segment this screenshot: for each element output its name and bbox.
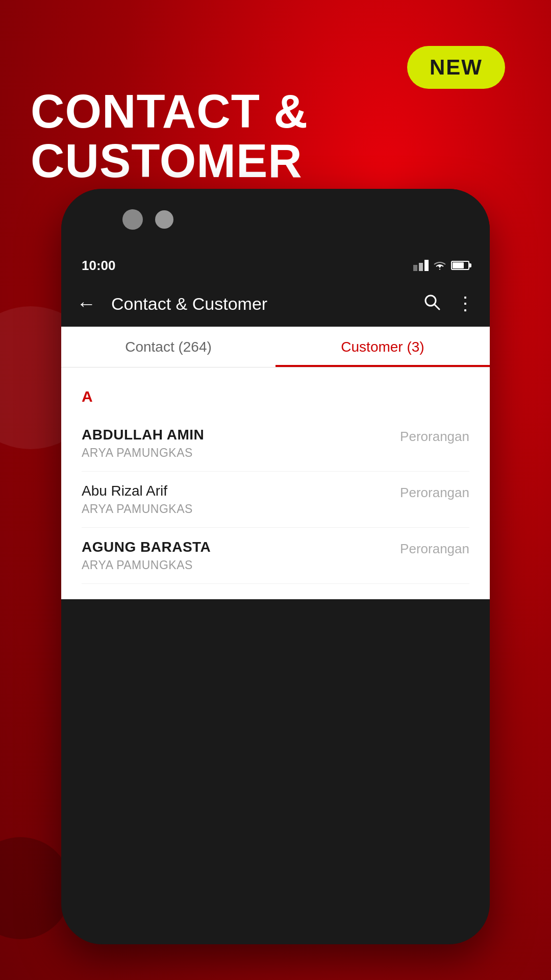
svg-line-4 bbox=[434, 304, 439, 309]
item-details: Abu Rizal Arif ARYA PAMUNGKAS bbox=[82, 483, 193, 516]
customer-sub: ARYA PAMUNGKAS bbox=[82, 558, 211, 572]
header-actions: ⋮ bbox=[422, 292, 474, 315]
svg-marker-2 bbox=[424, 260, 429, 271]
customer-type: Perorangan bbox=[400, 427, 469, 445]
tab-contact[interactable]: Contact (264) bbox=[61, 327, 276, 367]
svg-marker-1 bbox=[419, 263, 423, 271]
customer-type: Perorangan bbox=[400, 539, 469, 557]
phone-camera-bar bbox=[61, 189, 490, 250]
battery-icon bbox=[451, 261, 469, 270]
list-item[interactable]: ABDULLAH AMIN ARYA PAMUNGKAS Perorangan bbox=[82, 415, 469, 472]
main-title: CONTACT & CUSTOMER bbox=[31, 87, 551, 185]
search-icon[interactable] bbox=[422, 292, 441, 315]
back-button[interactable]: ← bbox=[77, 293, 96, 315]
svg-marker-0 bbox=[413, 265, 417, 271]
more-options-icon[interactable]: ⋮ bbox=[456, 293, 474, 314]
status-bar: 10:00 bbox=[61, 250, 490, 281]
phone-mockup: 10:00 ← Contact & Customer bbox=[61, 189, 490, 944]
customer-type: Perorangan bbox=[400, 483, 469, 501]
status-icons bbox=[413, 260, 469, 271]
customer-name: ABDULLAH AMIN bbox=[82, 427, 204, 443]
customer-name: AGUNG BARASTA bbox=[82, 539, 211, 555]
customer-list: A ABDULLAH AMIN ARYA PAMUNGKAS Peroranga… bbox=[61, 368, 490, 599]
tab-customer[interactable]: Customer (3) bbox=[276, 327, 490, 367]
item-details: AGUNG BARASTA ARYA PAMUNGKAS bbox=[82, 539, 211, 572]
customer-name: Abu Rizal Arif bbox=[82, 483, 193, 499]
tab-bar: Contact (264) Customer (3) bbox=[61, 327, 490, 368]
app-header: ← Contact & Customer ⋮ bbox=[61, 281, 490, 327]
camera-lens-2 bbox=[155, 210, 173, 229]
list-item[interactable]: Abu Rizal Arif ARYA PAMUNGKAS Perorangan bbox=[82, 472, 469, 528]
signal-icon bbox=[413, 260, 429, 271]
status-time: 10:00 bbox=[82, 258, 116, 274]
customer-sub: ARYA PAMUNGKAS bbox=[82, 446, 204, 460]
list-item[interactable]: AGUNG BARASTA ARYA PAMUNGKAS Perorangan bbox=[82, 528, 469, 584]
customer-sub: ARYA PAMUNGKAS bbox=[82, 502, 193, 516]
header-title: Contact & Customer bbox=[111, 294, 412, 314]
wifi-icon bbox=[433, 260, 447, 271]
camera-lens-1 bbox=[122, 209, 143, 230]
item-details: ABDULLAH AMIN ARYA PAMUNGKAS bbox=[82, 427, 204, 460]
section-letter-a: A bbox=[82, 383, 469, 405]
new-badge: NEW bbox=[407, 46, 505, 89]
